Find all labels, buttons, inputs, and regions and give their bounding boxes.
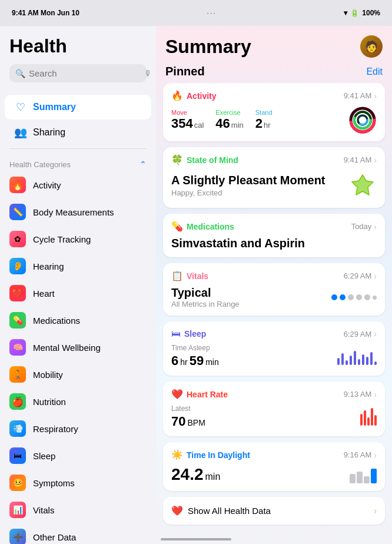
dot-3 bbox=[348, 294, 354, 300]
activity-rings bbox=[348, 106, 377, 134]
show-all-row[interactable]: ❤️ Show All Health Data › bbox=[163, 497, 385, 525]
search-bar[interactable]: 🔍 🎙 bbox=[9, 64, 147, 82]
activity-card-icon: 🔥 bbox=[171, 90, 183, 101]
mobility-icon: 🚶 bbox=[9, 366, 26, 383]
sleep-card-icon: 🛏 bbox=[171, 329, 181, 339]
medications-card[interactable]: 💊 Medications Today › Simvastatin and As… bbox=[163, 214, 385, 257]
state-of-mind-time: 9:41 AM bbox=[344, 155, 372, 164]
activity-metrics: Move 354 cal Exercise 46 min bbox=[171, 106, 377, 134]
state-of-mind-card[interactable]: 🍀 State of Mind 9:41 AM › A Slightly Ple… bbox=[163, 147, 385, 208]
hr-value: 70 bbox=[171, 414, 185, 429]
state-of-mind-body: A Slightly Pleasant Moment Happy, Excite… bbox=[171, 170, 377, 201]
sidebar-item-sleep[interactable]: 🛏 Sleep bbox=[0, 442, 156, 469]
search-input[interactable] bbox=[29, 68, 141, 78]
avatar[interactable]: 🧑 bbox=[360, 35, 383, 58]
stand-value: 2 bbox=[255, 116, 263, 131]
activity-icon: 🔥 bbox=[9, 177, 26, 193]
exercise-unit: min bbox=[231, 121, 244, 130]
heart-icon: ❤️ bbox=[9, 285, 26, 301]
medications-time: Today bbox=[351, 222, 372, 231]
health-categories-chevron[interactable]: ⌃ bbox=[139, 160, 147, 169]
vitals-card-title: Vitals bbox=[187, 271, 208, 281]
sleep-time: 6:29 AM bbox=[344, 330, 372, 339]
sidebar-item-nutrition[interactable]: 🍎 Nutrition bbox=[0, 388, 156, 415]
body-icon: 📏 bbox=[9, 204, 26, 220]
heart-rate-header: ❤️ Heart Rate 9:13 AM › bbox=[171, 389, 377, 400]
sidebar-header: Health 🔍 🎙 bbox=[0, 26, 156, 94]
pinned-title: Pinned bbox=[165, 65, 205, 78]
show-all-icon: ❤️ bbox=[171, 505, 183, 516]
stand-metric: Stand 2 hr bbox=[255, 109, 273, 131]
sidebar-item-activity[interactable]: 🔥 Activity bbox=[0, 171, 156, 198]
heart-rate-card[interactable]: ❤️ Heart Rate 9:13 AM › Latest 70 BPM bbox=[163, 382, 385, 436]
health-categories-title: Health Categories bbox=[9, 160, 71, 169]
sidebar-item-cycle[interactable]: ✿ Cycle Tracking bbox=[0, 225, 156, 253]
dot-5 bbox=[364, 294, 370, 300]
edit-button[interactable]: Edit bbox=[366, 67, 383, 77]
state-of-mind-visual bbox=[348, 170, 377, 201]
status-center: ··· bbox=[207, 9, 217, 17]
sleep-body: Time Asleep 6 hr 59 min bbox=[171, 344, 377, 369]
sidebar-item-hearing[interactable]: 👂 Hearing bbox=[0, 253, 156, 280]
dot-1 bbox=[331, 294, 337, 300]
cycle-label: Cycle Tracking bbox=[33, 234, 91, 244]
sidebar-title: Health bbox=[9, 35, 147, 57]
sidebar-item-sharing[interactable]: 👥 Sharing bbox=[5, 120, 151, 145]
svg-marker-6 bbox=[352, 175, 373, 195]
home-indicator bbox=[161, 538, 231, 540]
activity-card-title: Activity bbox=[187, 91, 217, 101]
sleep-min-unit: min bbox=[205, 357, 219, 367]
exercise-value: 46 bbox=[215, 116, 230, 131]
sidebar-item-summary[interactable]: ♡ Summary bbox=[5, 95, 151, 120]
vitals-chevron-icon: › bbox=[374, 271, 377, 281]
state-of-mind-text: A Slightly Pleasant Moment Happy, Excite… bbox=[171, 174, 325, 197]
activity-left: Move 354 cal Exercise 46 min bbox=[171, 109, 273, 131]
dot-2 bbox=[340, 294, 346, 300]
vitals-dots bbox=[331, 294, 377, 300]
vitals-card[interactable]: 📋 Vitals 6:29 AM › Typical All Metrics i… bbox=[163, 263, 385, 316]
medications-header: 💊 Medications Today › bbox=[171, 221, 377, 232]
sidebar-item-mental[interactable]: 🧠 Mental Wellbeing bbox=[0, 334, 156, 361]
heart-rate-time: 9:13 AM bbox=[344, 390, 372, 399]
app-container: Health 🔍 🎙 ♡ Summary 👥 Sharing Health Ca… bbox=[0, 26, 392, 544]
sleep-label: Sleep bbox=[33, 451, 55, 461]
daylight-value-row: 24.2 min bbox=[171, 465, 220, 484]
move-label: Move bbox=[171, 109, 204, 116]
activity-label: Activity bbox=[33, 180, 61, 190]
symptoms-icon: 🤒 bbox=[9, 475, 26, 491]
sidebar-item-heart[interactable]: ❤️ Heart bbox=[0, 280, 156, 307]
sidebar-item-respiratory[interactable]: 💨 Respiratory bbox=[0, 415, 156, 442]
sleep-hr-unit: hr bbox=[180, 357, 187, 367]
sidebar-item-symptoms[interactable]: 🤒 Symptoms bbox=[0, 469, 156, 496]
dot-sm bbox=[373, 296, 377, 300]
cycle-icon: ✿ bbox=[9, 231, 26, 247]
sleep-card-title: Sleep bbox=[184, 329, 206, 339]
daylight-card[interactable]: ☀️ Time In Daylight 9:16 AM › 24.2 min bbox=[163, 442, 385, 491]
move-unit: cal bbox=[194, 121, 204, 130]
sleep-icon: 🛏 bbox=[9, 447, 26, 464]
heart-rate-title: Heart Rate bbox=[187, 390, 228, 399]
respiratory-label: Respiratory bbox=[33, 424, 78, 434]
sleep-card[interactable]: 🛏 Sleep 6:29 AM › Time Asleep 6 hr 59 mi… bbox=[163, 321, 385, 376]
dot-4 bbox=[356, 294, 362, 300]
sidebar-item-medications[interactable]: 💊 Medications bbox=[0, 307, 156, 334]
activity-card-header: 🔥 Activity 9:41 AM › bbox=[171, 90, 377, 101]
other-label: Other Data bbox=[33, 532, 76, 542]
daylight-chart bbox=[350, 466, 377, 483]
main-content: Summary 🧑 Pinned Edit 🔥 Activity 9:41 AM… bbox=[156, 26, 392, 544]
other-icon: ➕ bbox=[9, 529, 26, 544]
daylight-chevron-icon: › bbox=[374, 450, 377, 460]
status-bar: 9:41 AM Mon Jun 10 ··· ▾ 🔋 100% bbox=[0, 0, 392, 26]
sidebar-item-other[interactable]: ➕ Other Data bbox=[0, 523, 156, 544]
vitals-sub: All Metrics in Range bbox=[171, 300, 240, 309]
status-right: ▾ 🔋 100% bbox=[344, 9, 380, 17]
activity-card[interactable]: 🔥 Activity 9:41 AM › Move 354 cal bbox=[163, 83, 385, 141]
meds-icon: 💊 bbox=[9, 312, 26, 329]
mental-icon: 🧠 bbox=[9, 339, 26, 356]
sidebar-item-mobility[interactable]: 🚶 Mobility bbox=[0, 361, 156, 388]
sidebar-item-vitals[interactable]: 📊 Vitals bbox=[0, 496, 156, 523]
sidebar-item-body[interactable]: 📏 Body Measurements bbox=[0, 198, 156, 225]
mic-icon[interactable]: 🎙 bbox=[144, 69, 152, 78]
heart-label: Heart bbox=[33, 288, 55, 298]
exercise-label: Exercise bbox=[215, 109, 243, 116]
